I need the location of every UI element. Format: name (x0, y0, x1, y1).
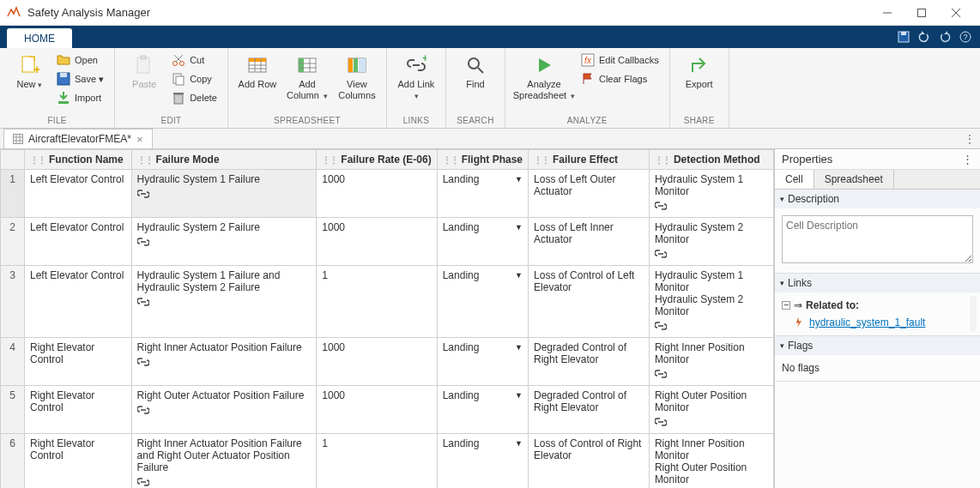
cell-flight-phase[interactable]: Landing▼ (437, 170, 528, 218)
cell-failure-mode[interactable]: Right Outer Actuator Position Failure (131, 386, 317, 434)
cell-function[interactable]: Right Elevator Control (25, 434, 132, 489)
section-header-links[interactable]: ▾Links (775, 274, 980, 292)
ribbon-tab-home[interactable]: HOME (7, 28, 72, 48)
cell-failure-rate[interactable]: 1000 (317, 338, 437, 386)
paste-button[interactable]: Paste (120, 50, 168, 90)
qat-redo-icon[interactable] (937, 29, 953, 45)
cell-function[interactable]: Right Elevator Control (25, 386, 132, 434)
property-section-flags: ▾Flags No flags (775, 336, 980, 382)
link-target[interactable]: hydraulic_system_1_fault (809, 316, 925, 328)
add-link-button[interactable]: + Add Link ▾ (392, 50, 440, 100)
edit-callbacks-button[interactable]: fxEdit Callbacks (579, 51, 664, 69)
section-header-description[interactable]: ▾Description (775, 190, 980, 208)
cell-failure-effect[interactable]: Degraded Control of Right Elevator (529, 386, 650, 434)
row-number[interactable]: 6 (1, 434, 25, 489)
cell-flight-phase[interactable]: Landing▼ (437, 218, 528, 266)
properties-tab-cell[interactable]: Cell (775, 170, 814, 189)
new-button[interactable]: + New▾ (5, 50, 53, 90)
delete-icon (172, 91, 185, 105)
dropdown-caret-icon[interactable]: ▼ (515, 271, 523, 280)
column-header[interactable]: ⋮⋮Detection Method (649, 150, 773, 170)
cell-failure-mode[interactable]: Hydraulic System 1 Failure (131, 170, 317, 218)
cell-failure-rate[interactable]: 1000 (317, 218, 437, 266)
cell-flight-phase[interactable]: Landing▼ (437, 434, 528, 489)
row-number[interactable]: 1 (1, 170, 25, 218)
group-label-file: FILE (5, 114, 109, 128)
cell-detection-method[interactable]: Right Outer Position Monitor (649, 386, 773, 434)
cell-detection-method[interactable]: Right Inner Position Monitor (649, 338, 773, 386)
dropdown-caret-icon[interactable]: ▼ (515, 439, 523, 448)
delete-button[interactable]: Delete (170, 89, 222, 106)
cell-failure-rate[interactable]: 1 (317, 434, 437, 489)
clear-flags-button[interactable]: Clear Flags (579, 70, 664, 87)
column-header[interactable]: ⋮⋮Failure Effect (529, 150, 650, 170)
cell-flight-phase[interactable]: Landing▼ (437, 266, 528, 338)
cell-failure-mode[interactable]: Hydraulic System 1 Failure and Hydraulic… (131, 266, 317, 338)
link-icon (655, 321, 667, 331)
row-number[interactable]: 3 (1, 266, 25, 338)
window-minimize-button[interactable] (870, 0, 904, 26)
cell-failure-mode[interactable]: Right Inner Actuator Position Failure an… (131, 434, 317, 489)
view-columns-button[interactable]: View Columns (333, 50, 381, 100)
svg-text:+: + (33, 63, 39, 75)
cell-function[interactable]: Left Elevator Control (25, 266, 132, 338)
qat-help-icon[interactable]: ? (958, 29, 973, 45)
cell-failure-effect[interactable]: Loss of Control of Left Elevator (529, 266, 650, 338)
section-header-flags[interactable]: ▾Flags (775, 336, 980, 355)
analyze-spreadsheet-button[interactable]: Analyze Spreadsheet ▾ (511, 50, 578, 100)
dropdown-caret-icon[interactable]: ▼ (515, 175, 523, 184)
qat-undo-icon[interactable] (916, 29, 932, 45)
row-number[interactable]: 2 (1, 218, 25, 266)
tab-bar-overflow[interactable]: ⋮ (959, 133, 980, 145)
find-button[interactable]: Find (451, 50, 499, 90)
cell-flight-phase[interactable]: Landing▼ (437, 386, 528, 434)
column-header[interactable]: ⋮⋮Function Name (25, 150, 132, 170)
cell-detection-method[interactable]: Hydraulic System 1 Monitor (649, 170, 773, 218)
export-button[interactable]: Export (675, 50, 723, 90)
add-row-button[interactable]: Add Row (233, 50, 281, 90)
cell-failure-rate[interactable]: 1 (317, 266, 437, 338)
add-column-button[interactable]: Add Column ▾ (283, 50, 331, 100)
cell-detection-method[interactable]: Hydraulic System 1 MonitorHydraulic Syst… (649, 266, 773, 338)
properties-tab-spreadsheet[interactable]: Spreadsheet (814, 170, 894, 189)
dropdown-caret-icon[interactable]: ▼ (515, 343, 523, 352)
column-header[interactable]: ⋮⋮Failure Rate (E-06) (317, 150, 437, 170)
import-button[interactable]: Import (55, 89, 109, 106)
cell-failure-rate[interactable]: 1000 (317, 386, 437, 434)
cell-function[interactable]: Right Elevator Control (25, 338, 132, 386)
document-tab[interactable]: AircraftElevatorFMEA* × (3, 129, 153, 148)
row-number[interactable]: 4 (1, 338, 25, 386)
cell-failure-rate[interactable]: 1000 (317, 170, 437, 218)
dropdown-caret-icon[interactable]: ▼ (515, 391, 523, 400)
cell-description-input[interactable] (782, 215, 973, 263)
cell-failure-effect[interactable]: Loss of Control of Right Elevator (529, 434, 650, 489)
cell-detection-method[interactable]: Right Inner Position MonitorRight Outer … (649, 434, 773, 489)
tab-close-button[interactable]: × (136, 133, 143, 146)
properties-menu-button[interactable]: ⋮ (962, 153, 973, 166)
tree-collapse-icon[interactable]: − (782, 301, 790, 310)
cell-function[interactable]: Left Elevator Control (25, 218, 132, 266)
cell-failure-effect[interactable]: Degraded Control of Right Elevator (529, 338, 650, 386)
window-close-button[interactable] (939, 0, 973, 26)
column-header[interactable]: ⋮⋮Flight Phase (437, 150, 528, 170)
cell-flight-phase[interactable]: Landing▼ (437, 338, 528, 386)
spreadsheet-table[interactable]: ⋮⋮Function Name ⋮⋮Failure Mode ⋮⋮Failure… (0, 149, 774, 488)
column-header[interactable]: ⋮⋮Failure Mode (131, 150, 317, 170)
row-number[interactable]: 5 (1, 386, 25, 434)
copy-button[interactable]: Copy (170, 70, 222, 87)
cell-failure-mode[interactable]: Right Inner Actuator Position Failure (131, 338, 317, 386)
view-columns-label: View Columns (335, 79, 379, 100)
open-button[interactable]: Open (55, 51, 109, 69)
save-button[interactable]: Save ▾ (55, 70, 109, 87)
flags-empty-text: No flags (782, 362, 820, 374)
window-maximize-button[interactable] (904, 0, 939, 26)
cut-button[interactable]: Cut (170, 51, 222, 69)
cell-detection-method[interactable]: Hydraulic System 2 Monitor (649, 218, 773, 266)
cell-failure-effect[interactable]: Loss of Left Outer Actuator (529, 170, 650, 218)
table-corner[interactable] (1, 150, 25, 170)
qat-save-icon[interactable] (896, 29, 911, 45)
cell-failure-effect[interactable]: Loss of Left Inner Actuator (529, 218, 650, 266)
dropdown-caret-icon[interactable]: ▼ (515, 223, 523, 232)
cell-failure-mode[interactable]: Hydraulic System 2 Failure (131, 218, 317, 266)
cell-function[interactable]: Left Elevator Control (25, 170, 132, 218)
